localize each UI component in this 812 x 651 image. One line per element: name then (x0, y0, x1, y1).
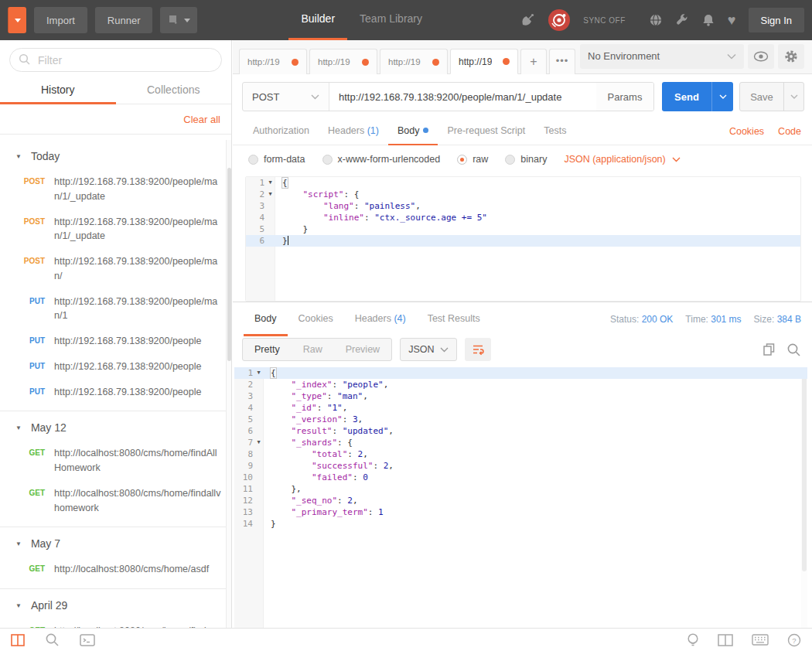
response-editor[interactable]: 1▼{2 "_index": "people",3 "_type": "man"… (234, 367, 807, 628)
request-tab-3[interactable]: http://19 (380, 49, 448, 74)
toggle-sidebar-button[interactable] (11, 634, 25, 646)
history-item[interactable]: POSThttp://192.168.79.138:9200/people/ma… (0, 169, 226, 210)
runner-button[interactable]: Runner (95, 7, 153, 33)
filter-input[interactable] (9, 48, 222, 72)
save-button[interactable]: Save (740, 83, 783, 111)
code-line: 11 }, (234, 483, 807, 495)
format-select[interactable]: JSON (400, 338, 457, 361)
request-tab-1[interactable]: http://19 (239, 49, 307, 74)
top-header: + New Import Runner Builder Team Library (0, 0, 812, 40)
code-content: "script": { (275, 189, 800, 200)
satellite-icon[interactable] (520, 12, 535, 28)
new-window-button[interactable] (160, 7, 197, 33)
response-tab-headers[interactable]: Headers (4) (344, 302, 417, 336)
help-button[interactable]: ? (787, 633, 801, 647)
response-tab-body[interactable]: Body (244, 302, 288, 336)
line-number: 12 (243, 495, 254, 506)
history-item[interactable]: POSThttp://192.168.79.138:9200/people/ma… (0, 210, 226, 250)
history-item[interactable]: POSThttp://192.168.79.138:9200/people/ma… (0, 249, 226, 289)
search-response-button[interactable] (786, 343, 801, 357)
fold-icon[interactable]: ▼ (266, 177, 275, 189)
response-tab-cookies[interactable]: Cookies (288, 302, 344, 336)
history-item[interactable]: PUThttp://192.168.79.138:9200/people (0, 354, 226, 380)
history-item[interactable]: GEThttp://localhost:8080/cms/home/findal… (0, 481, 226, 521)
history-url: http://192.168.79.138:9200/people/man/1/… (54, 175, 221, 204)
global-search-button[interactable] (45, 632, 60, 647)
tab-body[interactable]: Body (388, 118, 438, 145)
history-date-row[interactable]: ▼May 7 (0, 527, 226, 557)
history-date-row[interactable]: ▼April 29 (0, 589, 226, 619)
line-gutter: 4 (234, 402, 263, 414)
import-button[interactable]: Import (34, 7, 87, 33)
wrap-text-button[interactable] (465, 338, 491, 361)
history-item[interactable]: GEThttp://localhost:8080/cms/home/findvc… (0, 619, 226, 628)
history-item[interactable]: GEThttp://localhost:8080/cms/home/findAl… (0, 441, 226, 481)
sync-logo-icon[interactable] (548, 9, 571, 32)
history-date-row[interactable]: ▼Today (0, 140, 226, 169)
view-preview[interactable]: Preview (334, 339, 391, 360)
history-item[interactable]: PUThttp://192.168.79.138:9200/people (0, 329, 226, 354)
tab-authorization[interactable]: Authorization (244, 118, 319, 145)
tab-team-library[interactable]: Team Library (347, 0, 435, 40)
request-tab-4[interactable]: http://19 (450, 49, 518, 74)
history-item[interactable]: PUThttp://192.168.79.138:9200/people/man… (0, 289, 226, 329)
tab-builder[interactable]: Builder (288, 0, 347, 40)
history-group: ▼April 29GEThttp://localhost:8080/cms/ho… (0, 589, 226, 628)
fold-icon[interactable]: ▼ (254, 437, 263, 448)
body-type-binary[interactable]: binary (505, 154, 547, 165)
view-pretty[interactable]: Pretty (243, 339, 292, 360)
sidebar-scrollbar-thumb[interactable] (227, 168, 231, 361)
time-label: Time: (685, 314, 708, 325)
clear-all-link[interactable]: Clear all (183, 114, 220, 125)
more-tabs-button[interactable]: ••• (549, 49, 575, 74)
code-line: 13 "_primary_term": 1 (234, 506, 807, 518)
tab-collections[interactable]: Collections (116, 77, 232, 104)
fold-icon[interactable]: ▼ (266, 189, 275, 200)
url-input[interactable] (329, 83, 596, 111)
new-button[interactable]: + New (8, 7, 26, 33)
heart-icon[interactable]: ♥ (728, 13, 736, 27)
add-tab-button[interactable]: + (520, 49, 547, 74)
tab-headers[interactable]: Headers (1) (319, 118, 388, 145)
request-tab-2[interactable]: http://19 (309, 49, 377, 74)
two-pane-view-button[interactable] (718, 634, 733, 646)
body-type-raw[interactable]: raw (457, 154, 488, 165)
environment-select[interactable]: No Environment (580, 44, 744, 69)
params-button[interactable]: Params (596, 83, 653, 111)
response-tab-test-results[interactable]: Test Results (417, 302, 491, 336)
globe-icon[interactable] (649, 13, 663, 27)
shortcuts-button[interactable] (752, 634, 769, 646)
history-item[interactable]: GEThttp://localhost:8080/cms/home/asdf (0, 557, 226, 582)
body-type-form-data[interactable]: form-data (248, 154, 305, 165)
tab-history[interactable]: History (0, 77, 116, 104)
request-editor[interactable]: 1▼{2▼ "script": {3 "lang": "painless",4 … (245, 176, 801, 302)
body-type-x-www-form-urlencoded[interactable]: x-www-form-urlencoded (322, 154, 441, 165)
send-dropdown-button[interactable] (711, 82, 733, 111)
cookies-link[interactable]: Cookies (729, 126, 764, 137)
code-token: { (270, 367, 277, 379)
copy-response-button[interactable] (762, 342, 776, 357)
sign-in-button[interactable]: Sign In (749, 8, 804, 32)
environment-settings-button[interactable] (778, 44, 804, 69)
send-button[interactable]: Send (662, 82, 711, 111)
bell-icon[interactable] (701, 13, 715, 27)
history-item[interactable]: PUThttp://192.168.79.138:9200/people (0, 380, 226, 405)
line-number: 14 (243, 518, 254, 530)
new-dropdown-button[interactable] (8, 7, 26, 33)
wrench-icon[interactable] (675, 13, 689, 27)
fold-icon[interactable]: ▼ (254, 367, 263, 379)
console-button[interactable] (80, 634, 95, 646)
code-link[interactable]: Code (778, 126, 801, 137)
history-date-row[interactable]: ▼May 12 (0, 411, 226, 441)
content-type-select[interactable]: JSON (application/json) (564, 154, 680, 165)
tab-pre-request-script[interactable]: Pre-request Script (438, 118, 534, 145)
save-dropdown-button[interactable] (783, 83, 803, 111)
view-raw[interactable]: Raw (292, 339, 334, 360)
tab-tests[interactable]: Tests (534, 118, 575, 145)
sidebar-scrollbar[interactable] (226, 140, 231, 628)
code-line: 6 "result": "updated", (234, 425, 807, 437)
collapse-icon: ▼ (15, 602, 22, 609)
tips-button[interactable] (687, 632, 699, 648)
method-select[interactable]: POST (243, 83, 329, 111)
environment-preview-button[interactable] (748, 44, 774, 69)
